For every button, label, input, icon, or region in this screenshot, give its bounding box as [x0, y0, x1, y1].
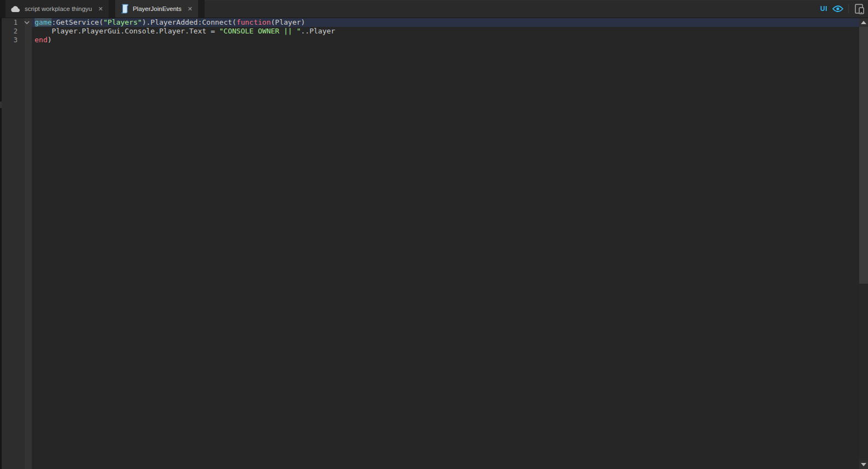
vertical-scrollbar[interactable]	[859, 18, 868, 469]
code-token-keyword: function	[236, 18, 271, 26]
code-token-builtin: game	[35, 18, 52, 26]
code-token-plain: )	[47, 36, 52, 44]
code-fold-margin	[25, 18, 32, 469]
code-area[interactable]: game:GetService("Players").PlayerAdded:C…	[32, 18, 859, 469]
code-token-string: "CONSOLE OWNER || "	[219, 27, 301, 35]
code-token-plain: ..Player	[301, 27, 335, 35]
scroll-down-button[interactable]	[859, 460, 868, 469]
code-token-string: "Players"	[103, 18, 142, 26]
eye-icon[interactable]	[832, 5, 843, 13]
line-number: 3	[2, 36, 18, 44]
tab-playerjoinevents[interactable]: PlayerJoinEvents✕	[115, 0, 198, 18]
code-token-plain: Player.PlayerGui.Console.Player.Text =	[35, 27, 219, 35]
line-number: 2	[2, 27, 18, 36]
line-number: 1	[2, 18, 18, 27]
toolbar-separator	[848, 4, 849, 14]
tab-close-icon[interactable]: ✕	[98, 6, 103, 12]
tab-close-icon[interactable]: ✕	[188, 6, 193, 12]
cloud-icon	[10, 5, 21, 13]
scroll-up-button[interactable]	[859, 18, 868, 27]
code-line[interactable]: end)	[32, 36, 859, 44]
studio-window: script workplace thingyu✕PlayerJoinEvent…	[0, 0, 868, 469]
script-editor[interactable]: 123 game:GetService("Players").PlayerAdd…	[0, 18, 868, 469]
tab-script-workplace[interactable]: script workplace thingyu✕	[5, 0, 109, 18]
tab-bar-right-controls: UI	[820, 0, 865, 18]
code-token-keyword: end	[35, 36, 47, 44]
document-tab-bar: script workplace thingyu✕PlayerJoinEvent…	[0, 0, 868, 18]
code-token-plain: :GetService(	[52, 18, 103, 26]
ui-visibility-label[interactable]: UI	[820, 5, 827, 13]
tab-bar-left-pad	[0, 0, 5, 18]
line-number-gutter: 123	[2, 18, 25, 469]
device-emulator-icon[interactable]	[854, 3, 865, 14]
scrollbar-thumb[interactable]	[859, 27, 868, 284]
tab-bar-empty-area	[205, 0, 868, 18]
tab-label: script workplace thingyu	[25, 5, 92, 12]
code-line[interactable]: Player.PlayerGui.Console.Player.Text = "…	[32, 27, 859, 36]
code-line[interactable]: game:GetService("Players").PlayerAdded:C…	[32, 18, 859, 27]
code-token-plain: ).PlayerAdded:Connect(	[142, 18, 236, 26]
script-icon	[120, 4, 129, 14]
tab-label: PlayerJoinEvents	[133, 5, 182, 12]
code-token-plain: (Player)	[271, 18, 306, 26]
